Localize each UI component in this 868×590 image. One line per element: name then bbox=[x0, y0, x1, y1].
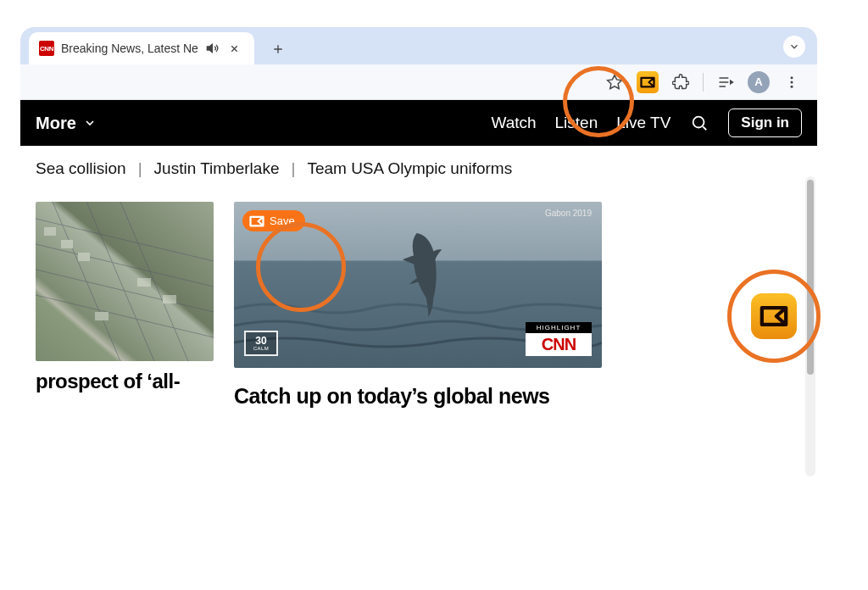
article-headline: prospect of ‘all- bbox=[36, 361, 214, 394]
nav-more-label: More bbox=[36, 114, 76, 133]
video-card[interactable]: Save Gabon 2019 bbox=[234, 202, 602, 409]
nav-link-watch[interactable]: Watch bbox=[491, 114, 536, 132]
bookmark-star-icon[interactable] bbox=[604, 72, 625, 92]
signin-button[interactable]: Sign in bbox=[728, 109, 802, 137]
trending-item[interactable]: Team USA Olympic uniforms bbox=[307, 159, 512, 178]
video-duration-badge: 30 CALM bbox=[244, 331, 278, 356]
article-thumbnail bbox=[36, 202, 214, 361]
badge-subtext: CALM bbox=[253, 346, 270, 351]
article-card[interactable]: prospect of ‘all- bbox=[36, 202, 214, 409]
search-icon[interactable] bbox=[689, 113, 709, 133]
svg-line-7 bbox=[36, 295, 214, 337]
new-tab-button[interactable] bbox=[266, 37, 290, 61]
svg-rect-13 bbox=[78, 253, 90, 261]
trending-bar: Sea collision | Justin Timberlake | Team… bbox=[20, 146, 817, 192]
trending-separator: | bbox=[138, 159, 142, 178]
video-thumbnail: Save Gabon 2019 bbox=[234, 202, 602, 368]
extension-logo-icon bbox=[249, 215, 264, 227]
card-row: prospect of ‘all- Save Gabon 2019 bbox=[20, 192, 817, 409]
badge-number: 30 bbox=[255, 336, 266, 346]
browser-toolbar: A bbox=[20, 64, 817, 100]
floating-extension-button[interactable] bbox=[751, 293, 797, 339]
site-navbar: More Watch Listen Live TV Sign in bbox=[20, 100, 817, 146]
svg-point-1 bbox=[791, 81, 793, 83]
svg-line-5 bbox=[36, 244, 214, 287]
svg-point-2 bbox=[791, 85, 793, 87]
chevron-down-icon bbox=[83, 116, 97, 130]
trending-separator: | bbox=[291, 159, 295, 178]
svg-line-8 bbox=[53, 202, 120, 361]
browser-tab[interactable]: CNN Breaking News, Latest Ne bbox=[29, 32, 254, 64]
nav-more-button[interactable]: More bbox=[36, 114, 97, 133]
save-button-label: Save bbox=[270, 214, 295, 227]
svg-rect-11 bbox=[44, 227, 56, 236]
video-headline: Catch up on today’s global news bbox=[234, 368, 602, 409]
toolbar-divider bbox=[703, 73, 704, 92]
extension-button[interactable] bbox=[637, 71, 659, 93]
extensions-puzzle-icon[interactable] bbox=[670, 72, 691, 92]
tab-title: Breaking News, Latest Ne bbox=[61, 42, 198, 55]
close-tab-icon[interactable] bbox=[227, 41, 242, 56]
svg-rect-15 bbox=[163, 295, 176, 303]
scrollbar-thumb[interactable] bbox=[807, 180, 814, 375]
profile-avatar[interactable]: A bbox=[748, 71, 770, 93]
nav-link-livetv[interactable]: Live TV bbox=[616, 114, 670, 132]
audio-playing-icon[interactable] bbox=[205, 41, 220, 56]
svg-line-10 bbox=[120, 202, 188, 361]
svg-point-3 bbox=[693, 117, 704, 128]
svg-rect-16 bbox=[95, 312, 108, 320]
browser-window: CNN Breaking News, Latest Ne bbox=[20, 27, 817, 485]
cnn-logo-icon: CNN bbox=[526, 333, 592, 356]
page-content: More Watch Listen Live TV Sign in Sea co… bbox=[20, 100, 817, 485]
trending-item[interactable]: Sea collision bbox=[36, 159, 126, 178]
cnn-favicon-icon: CNN bbox=[39, 41, 54, 56]
video-credit: Gabon 2019 bbox=[545, 209, 592, 218]
save-button[interactable]: Save bbox=[242, 210, 305, 231]
cnn-highlight-badge: HIGHLIGHT CNN bbox=[526, 322, 592, 356]
nav-link-listen[interactable]: Listen bbox=[555, 114, 598, 132]
tab-dropdown-button[interactable] bbox=[783, 36, 805, 58]
tab-strip: CNN Breaking News, Latest Ne bbox=[20, 27, 817, 64]
scrollbar[interactable] bbox=[805, 176, 815, 476]
svg-rect-12 bbox=[61, 240, 73, 248]
highlight-label: HIGHLIGHT bbox=[526, 322, 592, 333]
menu-dots-icon[interactable] bbox=[782, 72, 802, 92]
media-control-icon[interactable] bbox=[715, 72, 736, 92]
svg-point-0 bbox=[791, 76, 793, 79]
trending-item[interactable]: Justin Timberlake bbox=[154, 159, 280, 178]
svg-rect-14 bbox=[137, 278, 151, 287]
